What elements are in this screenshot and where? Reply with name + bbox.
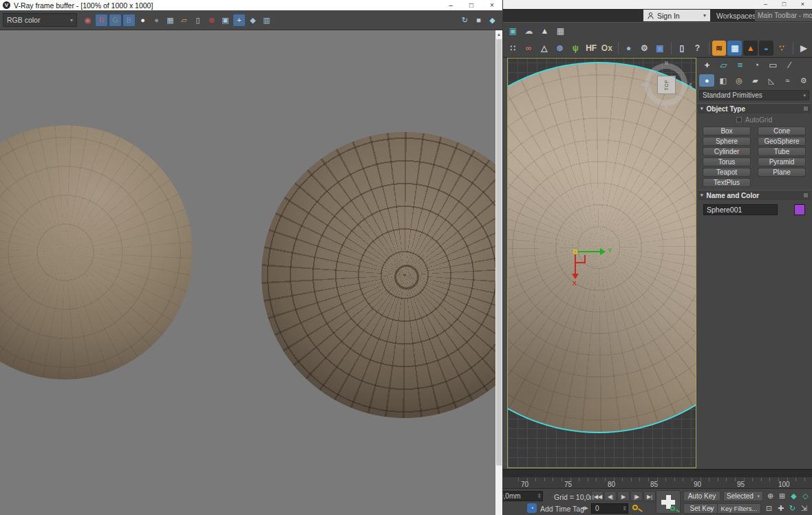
add-time-tag-label[interactable]: Add Time Tag	[540, 505, 584, 513]
gold-key-icon[interactable]	[632, 505, 638, 510]
particle-view-button[interactable]: ∷	[506, 41, 520, 56]
quick-render-button[interactable]: ▲	[537, 24, 552, 38]
rendered-frame-button[interactable]: ▣	[653, 41, 667, 56]
track-mouse-button[interactable]: +	[233, 14, 246, 27]
helpers-tab[interactable]: ◺	[764, 74, 779, 87]
close-button[interactable]: ×	[482, 0, 502, 10]
name-color-rollout[interactable]: ▾ Name and Color	[698, 190, 811, 200]
link-constraint-button[interactable]: ∞	[522, 41, 536, 56]
pan-button[interactable]: ✚	[776, 503, 786, 513]
zoom-button[interactable]: ⊕	[765, 491, 776, 501]
material-editor-button[interactable]: ●	[621, 41, 636, 56]
viewcube-compass-n[interactable]: N	[665, 61, 668, 65]
save-image-button[interactable]: ▦	[164, 14, 177, 27]
gizmo-x-axis[interactable]	[575, 254, 576, 274]
phoenix-particles-button[interactable]: ∵	[775, 41, 789, 56]
cone-button[interactable]: Cone	[758, 127, 806, 135]
render-last-button[interactable]: ↻	[458, 14, 471, 27]
zoom-all-button[interactable]: ⊞	[777, 491, 787, 501]
vfb-scrollbar[interactable]: ▲	[495, 30, 502, 515]
rgb-channels-icon[interactable]: ◉	[81, 14, 94, 27]
box-button[interactable]: Box	[703, 127, 751, 135]
scrollbar-thumb[interactable]	[496, 39, 502, 465]
stop-render-button[interactable]: ■	[472, 14, 485, 27]
restore-button[interactable]: □	[775, 0, 793, 9]
close-button[interactable]: ×	[793, 0, 812, 9]
utilities-tab[interactable]: ∕	[782, 59, 798, 72]
motion-tab[interactable]: ◔	[749, 59, 765, 72]
primitive-category-dropdown[interactable]: Standard Primitives ▾	[699, 90, 809, 100]
maximize-viewport-button[interactable]: ⇲	[799, 503, 809, 513]
go-to-start-button[interactable]: |◀◀	[591, 491, 603, 501]
viewcube-compass-w[interactable]: W	[641, 83, 645, 87]
current-frame-field[interactable]: 0 ⇕	[591, 503, 628, 514]
copitor-button[interactable]: ▯	[674, 41, 689, 56]
phoenix-fire-button[interactable]: ▲	[743, 41, 758, 56]
torus-button[interactable]: Torus	[703, 157, 751, 166]
3dsmax-titlebar[interactable]: – □ ×	[503, 0, 812, 9]
render-button[interactable]: ◆	[486, 14, 499, 27]
next-frame-button[interactable]: |▶	[630, 491, 643, 501]
render-in-cloud-button[interactable]: ☁	[522, 24, 536, 38]
object-name-field[interactable]: Sphere001	[703, 204, 778, 215]
systems-tab[interactable]: ⚙	[796, 74, 811, 87]
modify-tab[interactable]: ▱	[716, 59, 731, 72]
object-color-swatch[interactable]	[794, 204, 805, 215]
teapot-button[interactable]: Teapot	[703, 168, 751, 177]
time-tag-icon[interactable]: ◔	[527, 503, 537, 513]
gizmo-plane-handle[interactable]	[584, 255, 586, 263]
green-channel-button[interactable]: G	[109, 14, 122, 27]
scroll-up-icon[interactable]: ▲	[495, 30, 502, 39]
workspace-dropdown[interactable]: Main Toolbar - modular	[755, 10, 812, 21]
play-animation-button[interactable]: ▶	[617, 491, 630, 501]
foliage-button[interactable]: ψ	[568, 41, 583, 56]
auto-key-button[interactable]: Auto Key	[683, 491, 720, 501]
object-type-rollout[interactable]: ▾ Object Type	[698, 103, 811, 113]
sphere-button[interactable]: Sphere	[703, 137, 751, 146]
set-keys-button[interactable]	[656, 490, 681, 514]
geometry-tab[interactable]: ●	[699, 74, 714, 87]
copy-image-button[interactable]: ▯	[191, 14, 204, 27]
load-image-button[interactable]: ▱	[178, 14, 191, 27]
minimize-button[interactable]: –	[440, 0, 461, 10]
spinner-icon[interactable]: ⇕	[537, 492, 542, 501]
lights-tab[interactable]: ◎	[731, 74, 747, 87]
rollout-pin-icon[interactable]	[804, 193, 808, 197]
viewcube[interactable]: N E S W TOP	[643, 61, 691, 109]
spacewarps-tab[interactable]: ≈	[780, 74, 795, 87]
cylinder-button[interactable]: Cylinder	[703, 147, 751, 156]
zoom-extents-button[interactable]: ◆	[789, 491, 799, 501]
viewcube-top-face[interactable]: TOP	[657, 76, 676, 94]
duplicate-buffer-button[interactable]: ▣	[219, 14, 232, 27]
blue-channel-button[interactable]: B	[122, 14, 136, 27]
display-tab[interactable]: ▭	[765, 59, 781, 72]
hierarchy-tab[interactable]: ≡	[732, 59, 748, 72]
geosphere-button[interactable]: GeoSphere	[758, 137, 806, 146]
zoom-extents-all-button[interactable]: ◇	[800, 491, 811, 501]
ornatrix-button[interactable]: Ox	[600, 41, 615, 56]
go-to-end-button[interactable]: ▶|	[643, 491, 656, 501]
clear-image-button[interactable]: ⊗	[205, 14, 218, 27]
shapes-tab[interactable]: ◧	[715, 74, 730, 87]
create-tab[interactable]: +	[699, 59, 715, 72]
key-mode-toggle-icon[interactable]: ◀▶	[581, 505, 588, 511]
sign-in-button[interactable]: Sign In ▾	[643, 10, 710, 21]
key-filters-button[interactable]: Key Filters...	[717, 503, 761, 514]
viewcube-compass-e[interactable]: E	[690, 83, 692, 87]
zoom-region-button[interactable]: ⊡	[764, 503, 774, 513]
tube-button[interactable]: Tube	[758, 147, 806, 156]
render-frame-window-button[interactable]: ▣	[506, 24, 520, 38]
pyramid-button[interactable]: Pyramid	[758, 157, 806, 166]
spinner-icon[interactable]: ⇕	[622, 504, 627, 513]
phoenix-ocean-button[interactable]: ≋	[712, 41, 727, 56]
channel-dropdown[interactable]: RGB color ▾	[3, 13, 77, 27]
cameras-tab[interactable]: ▰	[747, 74, 762, 87]
alpha-channel-button[interactable]: ●	[136, 14, 149, 27]
red-channel-button[interactable]: R	[95, 14, 108, 27]
orbit-button[interactable]: ↻	[787, 503, 798, 513]
scatter-button[interactable]: ⊛	[553, 41, 567, 56]
help-button[interactable]: ?	[690, 41, 705, 56]
state-sets-button[interactable]: ▦	[553, 24, 568, 38]
gizmo-y-axis[interactable]	[578, 251, 600, 252]
bind-spacewarp-button[interactable]: △	[537, 41, 552, 56]
